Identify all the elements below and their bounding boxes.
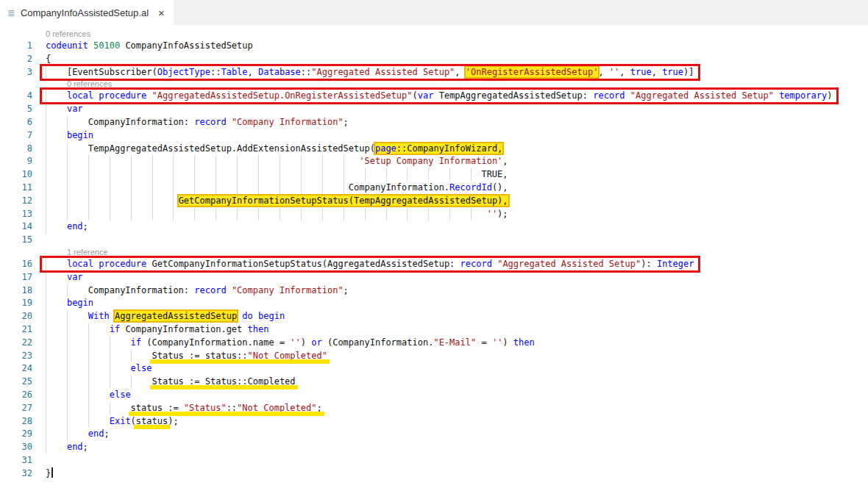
indent-guide-line	[216, 168, 216, 182]
code-line[interactable]: 12 GetCompanyInformationSetupStatus(Temp…	[0, 195, 868, 208]
code-line[interactable]: 7 begin	[0, 129, 868, 143]
indent-guide-line	[110, 337, 110, 350]
code-line-content: if CompanyInformation.get then	[46, 323, 868, 337]
indent-guide-line	[301, 155, 302, 168]
code-token: Exit	[110, 416, 131, 426]
indent-guide-line	[46, 428, 46, 441]
code-line[interactable]: 31	[0, 454, 868, 467]
line-number: 17	[0, 271, 32, 284]
code-line[interactable]: 13 '');	[0, 208, 868, 221]
indent-guide-line	[46, 220, 46, 234]
indent-guide-line	[110, 402, 110, 415]
indent-guide-line	[88, 195, 89, 208]
code-line-content: end;	[46, 441, 868, 454]
code-line[interactable]: 27 status := "Status"::"Not Completed";	[0, 402, 868, 415]
code-token: Status := status::	[152, 351, 248, 361]
code-token: ObjectType	[157, 67, 210, 77]
line-number	[0, 29, 32, 40]
indent-guide-line	[110, 195, 110, 208]
code-line[interactable]: 15	[0, 234, 868, 247]
code-line-content: Status := Status::Completed	[46, 376, 868, 389]
codelens-row[interactable]: 0 references	[0, 79, 868, 90]
indent-guide-line	[301, 168, 302, 182]
code-line[interactable]: 4 local procedure "AggregatedAssistedSet…	[0, 90, 868, 103]
code-line[interactable]: 5 var	[0, 103, 868, 116]
code-line[interactable]: 19 begin	[0, 297, 868, 310]
code-token	[46, 416, 110, 426]
code-token	[46, 104, 67, 114]
code-token: then	[248, 324, 269, 334]
code-token: 50100	[93, 40, 120, 51]
code-line[interactable]: 17 var	[0, 271, 868, 284]
code-token: end	[67, 221, 83, 231]
code-line[interactable]: 26 else	[0, 389, 868, 402]
code-line[interactable]: 20 With AggregatedAssistedSetup do begin	[0, 310, 868, 323]
code-line[interactable]: 25 Status := Status::Completed	[0, 376, 868, 389]
indent-guide-line	[237, 155, 238, 168]
code-token: then	[513, 337, 535, 348]
code-line[interactable]: 10 TRUE,	[0, 168, 868, 182]
indent-guide-line	[152, 195, 153, 208]
code-line[interactable]: 14 end;	[0, 220, 868, 234]
code-line[interactable]: 2{	[0, 53, 868, 66]
code-line[interactable]: 23 Status := status::"Not Completed"	[0, 350, 868, 363]
tab-companyinfoassistedsetup[interactable]: ≣ CompanyInfoAssistedSetup.al ×	[0, 0, 174, 25]
code-token: ;	[344, 285, 349, 295]
text-cursor	[51, 467, 53, 478]
codelens-row[interactable]: 1 reference	[0, 247, 868, 258]
code-line[interactable]: 24 else	[0, 362, 868, 376]
code-token: CompanyInformation.	[349, 182, 449, 193]
code-line[interactable]: 1codeunit 50100 CompanyInfoAssistedSetup	[0, 40, 868, 53]
indent-guide-line	[46, 103, 46, 116]
code-line-content: begin	[46, 297, 868, 310]
code-line-content: CompanyInformation: record "Company Info…	[46, 116, 868, 129]
line-number: 1	[0, 40, 32, 53]
code-line-content	[46, 234, 868, 247]
code-line[interactable]: 3 [EventSubscriber(ObjectType::Table, Da…	[0, 66, 868, 79]
indent-guide-line	[173, 155, 174, 168]
code-token: end	[67, 442, 83, 452]
code-token: Database	[258, 67, 301, 77]
code-line[interactable]: 32}	[0, 467, 868, 481]
code-token: ,	[652, 67, 662, 77]
code-token: ,	[619, 67, 630, 77]
codelens-row[interactable]: 0 references	[0, 29, 868, 40]
code-token: end	[88, 428, 104, 439]
indent-guide-line	[449, 168, 450, 182]
code-token: )	[301, 337, 311, 348]
code-editor[interactable]: 0 references1codeunit 50100 CompanyInfoA…	[0, 25, 868, 481]
code-line[interactable]: 28 Exit(status);	[0, 415, 868, 428]
code-line[interactable]: 21 if CompanyInformation.get then	[0, 323, 868, 337]
indent-guide-line	[131, 168, 132, 182]
code-line[interactable]: 9 'Setup Company Information',	[0, 155, 868, 168]
code-line[interactable]: 16 local procedure GetCompanyInformation…	[0, 258, 868, 271]
indent-guide-line	[46, 116, 46, 129]
code-line[interactable]: 29 end;	[0, 428, 868, 441]
codelens-text: 0 references	[46, 29, 868, 40]
code-token: true	[662, 67, 683, 77]
code-line[interactable]: 8 TempAggregatedAssistedSetup.AddExtensi…	[0, 143, 868, 156]
code-token: status	[136, 416, 168, 426]
indent-guide-line	[67, 362, 68, 376]
indent-guide-line	[194, 155, 195, 168]
indent-guide-line	[194, 168, 195, 182]
indent-guide-line	[407, 168, 408, 182]
code-line[interactable]: 11 CompanyInformation.RecordId(),	[0, 182, 868, 195]
code-token	[46, 376, 152, 387]
indent-guide-line	[67, 168, 68, 182]
code-line[interactable]: 18 CompanyInformation: record "Company I…	[0, 284, 868, 298]
indent-guide-line	[471, 168, 472, 182]
code-line[interactable]: 30 end;	[0, 441, 868, 454]
code-line-content: end;	[46, 428, 868, 441]
code-line[interactable]: 6 CompanyInformation: record "Company In…	[0, 116, 868, 129]
indent-guide-line	[237, 182, 238, 195]
close-icon[interactable]: ×	[158, 7, 165, 18]
code-token: or	[311, 337, 321, 348]
code-line-content: [EventSubscriber(ObjectType::Table, Data…	[46, 66, 868, 79]
code-line[interactable]: 22 if (CompanyInformation.name = '') or …	[0, 337, 868, 350]
code-token: procedure	[99, 90, 146, 101]
code-token: ;	[104, 428, 109, 439]
code-token: local	[67, 90, 93, 101]
code-token: "E-Mail"	[433, 337, 476, 348]
code-token: {	[46, 54, 51, 64]
